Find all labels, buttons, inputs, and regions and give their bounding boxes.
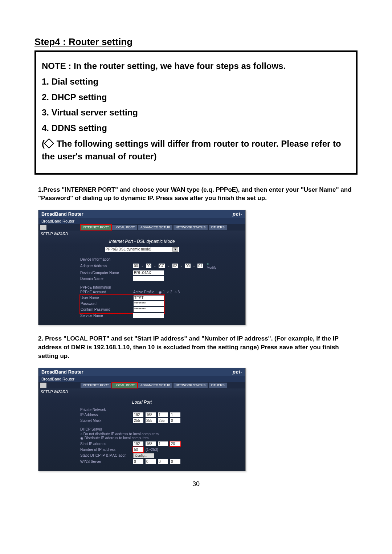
tab-advanced-setup[interactable]: ADVANCED SETUP: [138, 383, 172, 388]
pppoe-account-label: PPPoE Account: [80, 290, 131, 294]
subnet-octet[interactable]: 255: [133, 418, 143, 423]
private-network-section: Private Network: [80, 408, 204, 412]
browser-controls-icon: [40, 225, 46, 230]
dhcp-server-section: DHCP Server: [80, 427, 204, 431]
page-number: 30: [34, 480, 358, 488]
num-ip-input[interactable]: 50: [133, 447, 143, 452]
mac-octet[interactable]: 90: [146, 264, 151, 268]
start-ip-octet[interactable]: 192: [133, 441, 143, 446]
wan-type-select[interactable]: PPPoE(DSL dynamic mode) ▼: [105, 247, 179, 252]
password-input[interactable]: ********: [134, 301, 164, 306]
tab-network-status[interactable]: NETWORK STATUS: [173, 225, 208, 230]
dhcp-radio-label: Do not distribute IP address to local co…: [83, 432, 159, 436]
browser-controls-icon: [40, 383, 46, 388]
subnet-mask-label: Subnet Mask: [80, 419, 131, 423]
subnet-octet[interactable]: 0: [170, 418, 180, 423]
service-name-input[interactable]: [133, 313, 164, 318]
confirm-password-input[interactable]: ********: [134, 307, 164, 312]
window-subtitle: BroadBand Router: [38, 376, 245, 382]
instruction-2: 2. Press "LOCAL PORT" and set "Start IP …: [38, 334, 358, 360]
window-titlebar: BroadBand Router pci-: [38, 368, 245, 376]
ip-octet[interactable]: 192: [133, 412, 143, 417]
window-titlebar: BroadBand Router pci-: [38, 210, 245, 218]
screenshot-internet-port: BroadBand Router pci- BroadBand Router I…: [38, 210, 246, 325]
tab-local-port[interactable]: LOCAL PORT: [112, 225, 137, 230]
note-footer: ( The following settings will differ fro…: [42, 138, 350, 163]
setup-wizard-link[interactable]: SETUP WIZARD: [38, 232, 245, 236]
active-profile-label: Active Profile :: [133, 290, 156, 294]
panel-heading: Internet Port - DSL dynamic Mode: [80, 239, 204, 244]
subnet-octet[interactable]: 255: [158, 418, 168, 423]
wins-octet[interactable]: 0: [170, 459, 180, 464]
ip-address-label: IP Address: [80, 413, 131, 417]
password-label: Password: [81, 302, 131, 306]
ip-octet[interactable]: 1: [158, 412, 168, 417]
user-name-label: User Name: [81, 296, 131, 300]
mac-octet[interactable]: 00: [133, 264, 139, 268]
tab-advanced-setup[interactable]: ADVANCED SETUP: [138, 225, 172, 230]
device-name-label: Device/Computer Name: [80, 271, 131, 275]
screenshot-local-port: BroadBand Router pci- BroadBand Router I…: [38, 368, 246, 471]
dhcp-radio-label: Distribute IP address to local computers: [85, 436, 149, 440]
tab-network-status[interactable]: NETWORK STATUS: [173, 383, 208, 388]
subnet-octet[interactable]: 255: [146, 418, 156, 423]
mac-octet[interactable]: CC: [159, 264, 165, 268]
tab-local-port[interactable]: LOCAL PORT: [112, 383, 137, 388]
panel-heading: Local Port: [80, 400, 204, 405]
start-ip-octet[interactable]: 168: [146, 441, 156, 446]
ip-octet[interactable]: 1: [170, 412, 180, 417]
note-item-2: 2. DHCP setting: [42, 91, 350, 104]
diamond-icon: [45, 139, 54, 148]
tab-others[interactable]: OTHERS: [209, 225, 227, 230]
instruction-1: 1.Press "INTERNER PORT" and choose your …: [38, 186, 358, 203]
profile-radio-3[interactable]: ○ 3: [175, 290, 180, 294]
config-button[interactable]: Config...: [133, 453, 154, 458]
wins-octet[interactable]: 0: [158, 459, 168, 464]
brand-logo: pci-: [233, 211, 242, 217]
dhcp-radio-distribute[interactable]: ◉ Distribute IP address to local compute…: [80, 436, 204, 440]
profile-radio-1[interactable]: ◉ 1: [159, 290, 165, 294]
wins-server-label: WINS Server: [80, 460, 131, 464]
tab-internet-port[interactable]: INTERNET PORT: [81, 225, 111, 230]
confirm-password-label: Confirm Password: [81, 307, 131, 311]
toolbar: INTERNET PORT LOCAL PORT ADVANCED SETUP …: [38, 224, 245, 231]
device-name-input[interactable]: BRL-04AX: [133, 270, 164, 275]
brand-logo: pci-: [233, 369, 242, 375]
start-ip-octet-last[interactable]: 20: [170, 441, 180, 446]
service-name-label: Service Name: [80, 314, 131, 318]
user-name-input[interactable]: TEST: [134, 296, 164, 300]
window-subtitle: BroadBand Router: [38, 218, 245, 224]
toolbar: INTERNET PORT LOCAL PORT ADVANCED SETUP …: [38, 382, 245, 388]
mac-octet[interactable]: 01: [197, 264, 203, 268]
dropdown-arrow-icon: ▼: [172, 247, 178, 252]
note-intro: NOTE : In the router setting, we have fo…: [42, 60, 350, 73]
dhcp-radio-no-distribute[interactable]: ○ Do not distribute IP address to local …: [80, 432, 204, 436]
setup-wizard-link[interactable]: SETUP WIZARD: [38, 390, 245, 394]
num-ip-range: (1~253): [146, 448, 158, 452]
domain-name-input[interactable]: [133, 276, 164, 281]
device-info-section: Device Information: [80, 257, 204, 261]
mac-octet[interactable]: 02: [172, 264, 178, 268]
num-ip-label: Number of IP address: [80, 448, 131, 452]
step-title: Step4 : Router setting: [34, 36, 358, 48]
wins-octet[interactable]: 0: [146, 459, 156, 464]
ip-octet[interactable]: 168: [146, 412, 156, 417]
tab-others[interactable]: OTHERS: [209, 383, 227, 388]
mac-octet[interactable]: 00: [185, 264, 191, 268]
window-title: BroadBand Router: [41, 369, 83, 375]
wan-type-value: PPPoE(DSL dynamic mode): [106, 247, 151, 252]
note-footer-text: The following settings will differ from …: [42, 139, 341, 161]
note-box: NOTE : In the router setting, we have fo…: [34, 50, 358, 175]
adapter-address-label: Adapter Address: [80, 264, 131, 268]
tab-internet-port[interactable]: INTERNET PORT: [81, 383, 111, 388]
modify-checkbox[interactable]: Modify: [207, 262, 216, 269]
pppoe-info-section: PPPoE Information: [80, 285, 204, 289]
note-item-1: 1. Dial setting: [42, 76, 350, 88]
domain-name-label: Domain Name: [80, 277, 131, 281]
start-ip-octet[interactable]: 1: [158, 441, 168, 446]
window-title: BroadBand Router: [41, 211, 83, 217]
wins-octet[interactable]: 0: [133, 459, 143, 464]
profile-radio-2[interactable]: ○ 2: [167, 290, 172, 294]
start-ip-label: Start IP address: [80, 442, 131, 446]
note-item-3: 3. Virtual server setting: [42, 106, 350, 119]
